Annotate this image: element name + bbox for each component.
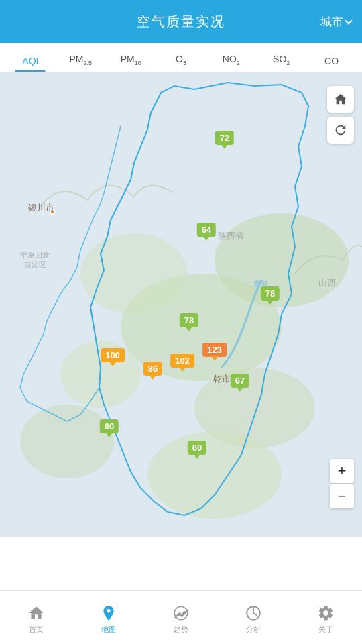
- nav-analysis-label: 分析: [246, 625, 261, 635]
- tab-aqi[interactable]: AQI: [5, 56, 56, 72]
- tab-pm10[interactable]: PM10: [106, 54, 156, 72]
- tab-o3[interactable]: O3: [156, 54, 206, 72]
- pin-60a: 60: [100, 419, 119, 433]
- pin-100: 100: [101, 348, 125, 362]
- map-area[interactable]: 银川市 陕西省 宁夏回族自治区 山西 黄河 乾市 72 64 78 78 100…: [0, 72, 362, 537]
- tab-so2[interactable]: SO2: [256, 54, 306, 72]
- aqi-value-60b: 60: [188, 441, 206, 455]
- city-dot-yinchuan: [50, 209, 55, 215]
- chevron-down-icon: [345, 17, 352, 24]
- nav-trend-label: 趋势: [174, 625, 188, 635]
- trend-nav-icon: [172, 604, 190, 622]
- aqi-value-102: 102: [170, 354, 194, 368]
- nav-analysis[interactable]: 分析: [217, 600, 290, 635]
- analysis-nav-icon: [245, 604, 262, 622]
- refresh-button[interactable]: [327, 117, 354, 144]
- tab-co[interactable]: CO: [306, 56, 357, 72]
- aqi-value-78a: 78: [180, 313, 198, 327]
- map-zoom-controls: + −: [330, 459, 354, 510]
- svg-point-7: [147, 431, 282, 519]
- home-nav-icon: [27, 604, 45, 622]
- pin-102: 102: [170, 354, 194, 368]
- svg-point-3: [215, 213, 349, 307]
- bottom-nav: 首页 地图 趋势 分析 关于: [0, 590, 362, 644]
- pin-78b: 78: [261, 286, 280, 301]
- aqi-value-67: 67: [231, 374, 249, 388]
- nav-home[interactable]: 首页: [0, 600, 72, 635]
- nav-about-label: 关于: [318, 625, 333, 635]
- pin-60b: 60: [188, 441, 206, 455]
- nav-about[interactable]: 关于: [290, 600, 362, 635]
- zoom-out-button[interactable]: −: [330, 484, 354, 508]
- aqi-value-78b: 78: [261, 286, 280, 301]
- map-nav-icon: [100, 604, 117, 622]
- nav-trend[interactable]: 趋势: [145, 600, 217, 635]
- home-icon: [333, 92, 348, 107]
- pin-123: 123: [202, 343, 227, 357]
- header: 空气质量实况 城市: [0, 0, 362, 43]
- refresh-icon: [333, 123, 348, 138]
- aqi-value-123: 123: [202, 343, 227, 357]
- aqi-value-100: 100: [101, 348, 125, 362]
- aqi-value-60a: 60: [100, 419, 119, 433]
- aqi-value-64: 64: [197, 223, 216, 237]
- tab-pm25[interactable]: PM2.5: [56, 54, 106, 72]
- tab-no2[interactable]: NO2: [206, 54, 256, 72]
- pin-72: 72: [215, 131, 234, 145]
- settings-nav-icon: [317, 604, 335, 622]
- map-svg: [0, 72, 362, 537]
- home-map-button[interactable]: [327, 86, 354, 113]
- nav-home-label: 首页: [29, 625, 44, 635]
- city-label: 城市: [320, 14, 343, 30]
- city-selector[interactable]: 城市: [320, 14, 351, 30]
- svg-point-6: [20, 405, 114, 478]
- tab-bar: AQI PM2.5 PM10 O3 NO2 SO2 CO: [0, 43, 362, 72]
- nav-map[interactable]: 地图: [72, 600, 145, 635]
- pin-67: 67: [231, 374, 249, 388]
- nav-map-label: 地图: [101, 625, 116, 635]
- aqi-value-86: 86: [143, 362, 162, 376]
- header-title: 空气质量实况: [137, 13, 225, 31]
- svg-point-2: [80, 233, 188, 314]
- zoom-in-button[interactable]: +: [330, 459, 354, 483]
- map-controls: [327, 86, 354, 144]
- pin-64: 64: [197, 223, 216, 237]
- aqi-value-72: 72: [215, 131, 234, 145]
- pin-86: 86: [143, 362, 162, 376]
- pin-78a: 78: [180, 313, 198, 327]
